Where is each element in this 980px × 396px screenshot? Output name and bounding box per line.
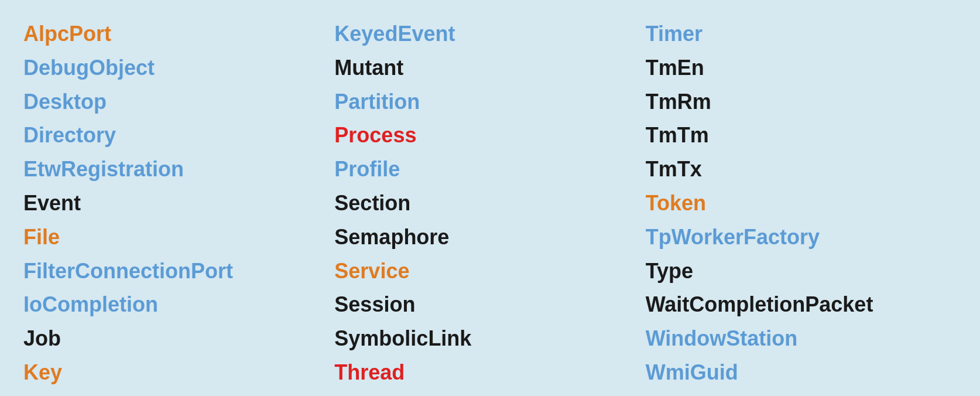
- item-tmtm: TmTm: [646, 119, 957, 152]
- main-container: AlpcPortDebugObjectDesktopDirectoryEtwRe…: [0, 0, 980, 396]
- item-alpcport: AlpcPort: [23, 18, 334, 50]
- item-waitcompletionpacket: WaitCompletionPacket: [646, 288, 957, 321]
- item-service: Service: [334, 255, 645, 288]
- item-iocompletion: IoCompletion: [23, 288, 334, 321]
- item-tmrm: TmRm: [646, 86, 957, 118]
- column-3: TimerTmEnTmRmTmTmTmTxTokenTpWorkerFactor…: [646, 18, 957, 396]
- column-1: AlpcPortDebugObjectDesktopDirectoryEtwRe…: [23, 18, 334, 396]
- item-key: Key: [23, 356, 334, 389]
- item-semaphore: Semaphore: [334, 221, 645, 254]
- item-tmtx: TmTx: [646, 153, 957, 186]
- item-etwregistration: EtwRegistration: [23, 153, 334, 186]
- column-2: KeyedEventMutantPartitionProcessProfileS…: [334, 18, 645, 396]
- item-token: Token: [646, 187, 957, 220]
- item-symboliclink: SymbolicLink: [334, 322, 645, 355]
- item-job: Job: [23, 322, 334, 355]
- item-filterconnectionport: FilterConnectionPort: [23, 255, 334, 288]
- item-timer: Timer: [646, 18, 957, 50]
- item-thread: Thread: [334, 356, 645, 389]
- item-event: Event: [23, 187, 334, 220]
- item-windowstation: WindowStation: [646, 322, 957, 355]
- item-partition: Partition: [334, 86, 645, 118]
- item-keyedevent: KeyedEvent: [334, 18, 645, 50]
- item-tpworkerfactory: TpWorkerFactory: [646, 221, 957, 254]
- item-tmen: TmEn: [646, 52, 957, 84]
- item-session: Session: [334, 288, 645, 321]
- item-desktop: Desktop: [23, 86, 334, 118]
- item-debugobject: DebugObject: [23, 52, 334, 84]
- item-profile: Profile: [334, 153, 645, 186]
- item-process: Process: [334, 119, 645, 152]
- item-mutant: Mutant: [334, 52, 645, 84]
- item-wmiguid: WmiGuid: [646, 356, 957, 389]
- item-type: Type: [646, 255, 957, 288]
- item-file: File: [23, 221, 334, 254]
- item-rdp-: Rdp…: [646, 390, 957, 396]
- item-directory: Directory: [23, 119, 334, 152]
- item-section: Section: [334, 187, 645, 220]
